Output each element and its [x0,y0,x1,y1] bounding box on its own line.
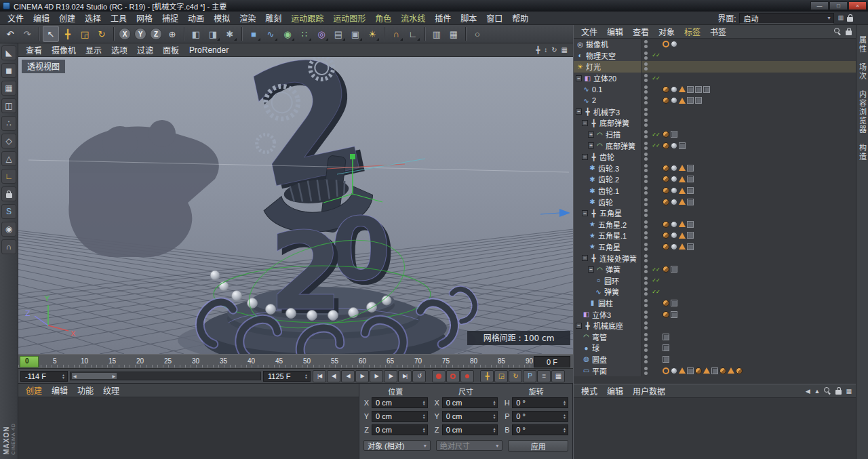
object-row[interactable]: −◠弹簧✓✓ [574,264,856,275]
render-visibility-dot[interactable] [644,113,648,116]
timeline-start-field[interactable]: -114 F ▲▼ [20,371,68,382]
prev-frame-button[interactable]: ◀ [341,370,355,382]
viewport-canvas[interactable]: 2 2 [18,57,573,354]
object-row[interactable]: ✱齿轮 [574,196,856,207]
texture-tag[interactable] [663,199,669,205]
position-z-field[interactable]: 0 cm▲▼ [372,424,428,435]
visibility-dots[interactable] [642,186,650,195]
editor-visibility-dot[interactable] [644,209,648,212]
timeline-scrollbar[interactable]: ◀ ▶ [70,372,261,380]
workplane-mode-button[interactable]: ◫ [1,98,16,113]
record-selection-button[interactable] [460,370,474,382]
render-visibility-dot[interactable] [644,348,648,352]
stepper-down-icon[interactable]: ▼ [563,430,566,433]
stepper-down-icon[interactable]: ▼ [492,416,496,419]
menu-script[interactable]: 脚本 [456,11,481,25]
texture-tag[interactable] [663,142,669,149]
stepper-down-icon[interactable]: ▼ [422,430,426,433]
view-label[interactable]: 透视视图 [22,60,65,73]
viewport-menu-cameras[interactable]: 摄像机 [47,43,81,57]
visibility-dots[interactable] [642,108,650,116]
visibility-dots[interactable] [642,198,650,206]
phong-tag[interactable] [728,367,734,374]
viewport-menu-filter[interactable]: 过滤 [132,43,158,57]
live-selection-button[interactable]: ↖ [43,26,59,42]
visibility-dots[interactable] [642,119,650,127]
film-tag[interactable] [687,86,694,93]
render-visibility-dot[interactable] [644,326,648,330]
render-visibility-dot[interactable] [644,281,648,285]
menu-motion-tracker[interactable]: 运动跟踪 [286,11,328,25]
play-button[interactable]: ▶ [355,370,369,382]
visibility-dots[interactable] [642,130,650,138]
undo-button[interactable]: ↶ [2,26,18,42]
menu-pipeline[interactable]: 流水线 [396,11,430,25]
render-visibility-dot[interactable] [644,169,648,172]
texture-tag[interactable] [663,232,669,239]
editor-visibility-dot[interactable] [644,311,648,314]
enable-toggle[interactable]: ✓✓ [650,132,661,138]
film-tag[interactable] [671,311,677,318]
pan-view-icon[interactable]: ╋ [536,46,540,54]
film-tag[interactable] [695,86,702,93]
prorender-toggle-button[interactable]: ○ [469,26,486,42]
om-menu-file[interactable]: 文件 [576,24,602,39]
smooth-tag[interactable] [671,232,677,239]
texture-tag[interactable] [736,367,743,374]
add-array-button[interactable]: ∷ [296,26,313,42]
value-stepper[interactable]: ▲▼ [62,374,65,379]
key-position-button[interactable]: ╋ [480,370,494,382]
film-tag[interactable] [671,266,677,273]
render-visibility-dot[interactable] [644,315,648,319]
editor-visibility-dot[interactable] [644,254,648,258]
object-row[interactable]: ◍圆盘 [574,354,856,365]
object-row[interactable]: +◠底部弹簧✓✓ [574,140,856,151]
editor-visibility-dot[interactable] [644,40,648,43]
editor-visibility-dot[interactable] [644,186,648,190]
menu-help[interactable]: 帮助 [507,11,533,25]
make-editable-button[interactable]: ◣ [1,45,16,60]
render-visibility-dot[interactable] [644,214,648,217]
render-visibility-dot[interactable] [644,259,648,262]
stepper-down-icon[interactable]: ▼ [563,403,566,405]
minimize-button[interactable]: — [810,1,829,10]
attr-layout-icon[interactable]: ▦ [846,388,852,395]
texture-tag[interactable] [663,131,669,138]
tab-content-browser[interactable]: 内容浏览器 [857,90,868,134]
editor-visibility-dot[interactable] [644,367,648,370]
editor-visibility-dot[interactable] [644,321,648,325]
object-row[interactable]: +◠扫描✓✓ [574,129,856,140]
add-environment-button[interactable]: ▤ [330,26,347,42]
render-visibility-dot[interactable] [644,360,648,363]
smooth-tag[interactable] [671,41,677,47]
tree-expand-toggle[interactable]: + [588,142,594,148]
film-tag[interactable] [663,344,669,351]
menu-prorender[interactable]: ProRender [184,44,234,56]
value-stepper[interactable]: ▲▼ [304,374,308,379]
visibility-dots[interactable] [642,74,650,82]
editor-visibility-dot[interactable] [644,119,648,122]
texture-tag[interactable] [663,300,669,306]
film-tag[interactable] [687,367,694,374]
render-view-button[interactable]: ◧ [188,26,204,42]
render-visibility-dot[interactable] [644,304,648,307]
object-row[interactable]: −╋五角星 [574,207,856,219]
render-visibility-dot[interactable] [644,101,648,104]
editor-visibility-dot[interactable] [644,265,648,268]
object-row[interactable]: −╋底部弹簧 [574,117,856,129]
menu-mograph[interactable]: 运动图形 [328,11,370,25]
tab-structure[interactable]: 构造 [857,144,868,161]
loop-button[interactable]: ↺ [412,370,426,382]
editor-visibility-dot[interactable] [644,62,648,66]
object-row[interactable]: ✱齿轮.1 [574,185,856,197]
object-row[interactable]: ∿2 [574,95,856,106]
menu-animate[interactable]: 动画 [183,11,209,25]
timeline-layout-button[interactable]: ▦ [551,370,565,382]
menu-simulate[interactable]: 模拟 [209,11,235,25]
visibility-dots[interactable] [642,62,650,71]
coord-system-button[interactable]: ⊕ [164,26,180,42]
render-visibility-dot[interactable] [644,372,648,375]
texture-tag[interactable] [663,165,669,172]
film-tag[interactable] [679,142,686,149]
visibility-dots[interactable] [642,85,650,94]
